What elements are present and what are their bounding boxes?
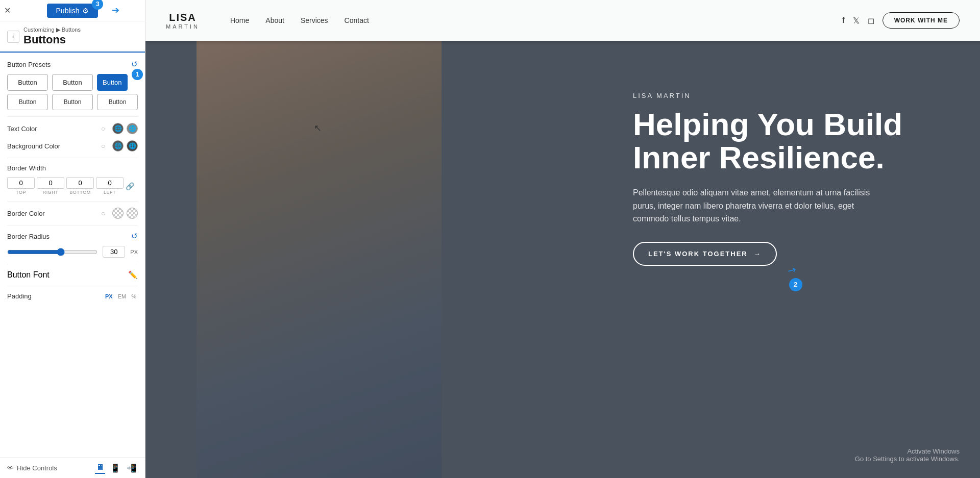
padding-units: PX EM % (104, 293, 138, 300)
logo-name: LISA (169, 12, 197, 23)
hero-title-line1: Helping You Build (633, 107, 902, 142)
breadcrumb-text: Customizing ▶ Buttons Buttons (23, 27, 81, 46)
padding-unit-px[interactable]: PX (104, 293, 114, 300)
preset-btn-1[interactable]: Button (7, 74, 48, 91)
border-color-row: Border Color ○ (7, 208, 138, 219)
text-color-global[interactable]: 🌐 (112, 123, 124, 134)
instagram-icon[interactable]: ◻ (868, 16, 874, 26)
divider-4 (7, 225, 138, 225)
border-link-icon[interactable]: 🔗 (126, 182, 138, 190)
panel-body: Button Presets ↺ Button Button Button 1 … (0, 53, 145, 457)
publish-wrapper: Publish ⚙ 3 ➔ (47, 4, 99, 18)
publish-button[interactable]: Publish ⚙ (47, 4, 99, 18)
border-bottom-input[interactable] (66, 177, 94, 189)
hero-desc: Pellentesque odio aliquam vitae amet, el… (633, 186, 888, 225)
border-width-label: Border Width (7, 164, 46, 172)
nav-link-services[interactable]: Services (301, 16, 328, 24)
preset-btn-3[interactable]: Button (97, 74, 128, 91)
preset-btn-5[interactable]: Button (52, 94, 93, 110)
text-color-controls: ○ 🌐 🌐 (101, 123, 138, 134)
hero-cta-button[interactable]: LET'S WORK TOGETHER → (633, 242, 777, 266)
border-color-label: Border Color (7, 210, 45, 217)
site-logo: LISA MARTIN (166, 12, 200, 30)
padding-label: Padding (7, 292, 32, 300)
border-bottom-label: BOTTOM (69, 190, 90, 195)
divider-2 (7, 158, 138, 158)
border-radius-slider-row: PX (7, 246, 138, 258)
background-color-global[interactable]: 🌐 (112, 140, 124, 152)
breadcrumb-header: ‹ Customizing ▶ Buttons Buttons (0, 21, 145, 53)
preset-btn-4[interactable]: Button (7, 94, 48, 110)
border-color-checker-2[interactable] (127, 208, 138, 219)
facebook-icon[interactable]: f (842, 16, 844, 25)
reset-icon[interactable]: ↺ (131, 60, 138, 69)
mobile-view-button[interactable]: 📲 (126, 462, 138, 474)
site-nav-links: Home About Services Contact (230, 16, 842, 24)
breadcrumb-path: Customizing ▶ Buttons (23, 27, 81, 33)
border-right-input[interactable] (37, 177, 64, 189)
border-radius-reset-icon[interactable]: ↺ (131, 232, 138, 241)
badge-1: 1 (132, 69, 143, 80)
site-nav: LISA MARTIN Home About Services Contact … (145, 0, 980, 41)
desktop-view-button[interactable]: 🖥 (95, 462, 105, 474)
border-radius-label: Border Radius (7, 233, 50, 240)
background-color-controls: ○ 🌐 🌐 (101, 140, 138, 152)
hero-title: Helping You Build Inner Resilience. (633, 108, 949, 174)
activate-windows-line2: Go to Settings to activate Windows. (855, 455, 960, 463)
border-top-label: TOP (16, 190, 26, 195)
nav-link-home[interactable]: Home (230, 16, 249, 24)
button-font-edit-icon[interactable]: ✏️ (128, 270, 138, 280)
button-font-row: Button Font ✏️ (7, 270, 138, 280)
preset-btn-2[interactable]: Button (52, 74, 93, 91)
twitter-icon[interactable]: 𝕏 (853, 16, 860, 26)
padding-unit-em[interactable]: EM (116, 293, 128, 300)
nav-actions: f 𝕏 ◻ WORK WITH ME (842, 12, 960, 29)
text-color-global-2[interactable]: 🌐 (127, 123, 138, 134)
hero-title-line2: Inner Resilience. (633, 140, 885, 175)
border-radius-value-input[interactable] (103, 246, 125, 258)
button-presets-label: Button Presets (7, 61, 51, 68)
text-color-reset-icon[interactable]: ○ (101, 124, 109, 133)
eye-icon: 👁 (7, 464, 14, 472)
padding-unit-pct[interactable]: % (130, 293, 138, 300)
badge-3: 3 (92, 0, 103, 10)
hero-cta-wrapper: LET'S WORK TOGETHER → 2 ↗ (633, 242, 777, 266)
padding-section: Padding PX EM % (7, 292, 138, 300)
border-right-wrap: RIGHT (37, 177, 64, 195)
border-radius-label-row: Border Radius ↺ (7, 232, 138, 241)
border-width-label-row: Border Width (7, 164, 138, 172)
background-color-reset-icon[interactable]: ○ (101, 142, 109, 150)
publish-gear-icon: ⚙ (82, 7, 89, 15)
publish-label: Publish (56, 7, 80, 15)
preset-btn-6[interactable]: Button (97, 94, 138, 110)
border-inputs: TOP RIGHT BOTTOM LEFT 🔗 (7, 177, 138, 195)
close-button[interactable]: ✕ (4, 6, 11, 15)
work-with-me-button[interactable]: WORK WITH ME (883, 12, 960, 29)
border-radius-unit: PX (130, 249, 138, 255)
border-color-controls: ○ (101, 208, 138, 219)
background-color-global-2[interactable]: 🌐 (127, 140, 138, 152)
website-preview: LISA MARTIN Home About Services Contact … (145, 0, 980, 478)
back-button[interactable]: ‹ (7, 31, 19, 43)
preview-top-bar (145, 41, 980, 45)
border-bottom-wrap: BOTTOM (66, 177, 94, 195)
border-left-wrap: LEFT (96, 177, 124, 195)
border-radius-section: Border Radius ↺ PX (7, 232, 138, 258)
border-color-checker-1[interactable] (112, 208, 124, 219)
nav-link-about[interactable]: About (265, 16, 284, 24)
border-color-reset-icon[interactable]: ○ (101, 209, 109, 217)
button-presets-section: Button Presets ↺ (7, 60, 138, 69)
border-left-input[interactable] (96, 177, 124, 189)
preset-row-2: Button Button Button (7, 94, 138, 110)
border-top-input[interactable] (7, 177, 35, 189)
border-radius-slider[interactable] (7, 248, 97, 256)
divider-1 (7, 116, 138, 117)
hide-controls-button[interactable]: 👁 Hide Controls (7, 464, 57, 472)
button-font-label: Button Font (7, 270, 50, 280)
padding-label-row: Padding PX EM % (7, 292, 138, 300)
border-width-section: Border Width TOP RIGHT BOTTOM LEFT (7, 164, 138, 195)
text-color-row: Text Color ○ 🌐 🌐 (7, 123, 138, 134)
tablet-view-button[interactable]: 📱 (109, 462, 121, 474)
activate-windows: Activate Windows Go to Settings to activ… (855, 447, 960, 463)
nav-link-contact[interactable]: Contact (345, 16, 369, 24)
